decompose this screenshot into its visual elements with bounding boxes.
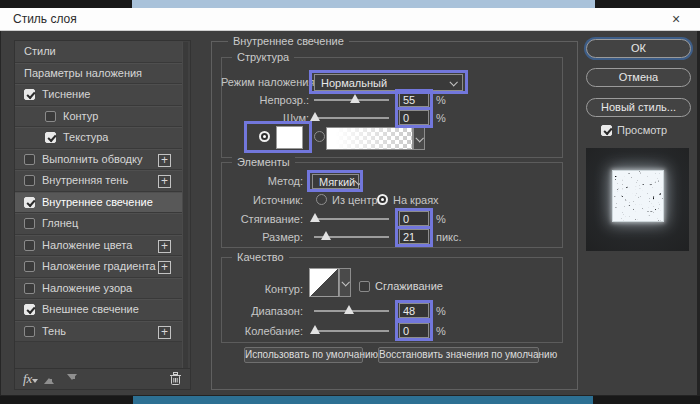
sidebar-item-label: Глянец: [42, 213, 78, 234]
sidebar-item[interactable]: Текстура: [15, 127, 183, 149]
range-slider[interactable]: [314, 305, 389, 317]
ok-button[interactable]: ОК: [586, 39, 691, 58]
slider-thumb[interactable]: [350, 94, 360, 103]
range-input[interactable]: 48: [399, 303, 429, 318]
sidebar-item[interactable]: Внутреннее свечение: [15, 192, 183, 214]
quality-legend: Качество: [232, 251, 289, 263]
source-label: Источник:: [215, 194, 303, 206]
preview-row: Просмотр: [601, 124, 667, 136]
sidebar-item-label: Внутреннее свечение: [42, 192, 153, 213]
source-edge-label: На краях: [393, 194, 439, 206]
gradient-picker-button[interactable]: [413, 127, 425, 150]
noise-label: Шум:: [221, 112, 309, 124]
jitter-input[interactable]: 0: [399, 323, 429, 338]
glow-color-radio[interactable]: [259, 131, 270, 142]
cancel-button[interactable]: Отмена: [586, 68, 691, 87]
blend-mode-select[interactable]: Нормальный: [314, 74, 463, 91]
sidebar-item[interactable]: Тиснение: [15, 84, 183, 106]
jitter-slider[interactable]: [314, 325, 389, 337]
sidebar-item[interactable]: Контур: [15, 106, 183, 128]
move-up-icon[interactable]: [44, 373, 55, 385]
trash-icon[interactable]: [169, 372, 182, 386]
opacity-input[interactable]: 55: [399, 92, 429, 107]
size-input[interactable]: 21: [399, 229, 429, 244]
move-down-icon[interactable]: [67, 373, 78, 385]
antialias-checkbox[interactable]: [359, 281, 370, 292]
glow-gradient-radio[interactable]: [314, 131, 325, 142]
slider-thumb[interactable]: [321, 231, 331, 240]
preview-checkbox[interactable]: [601, 125, 612, 136]
add-effect-icon[interactable]: +: [158, 154, 171, 167]
sidebar-item-label: Параметры наложения: [24, 63, 142, 84]
sidebar-item[interactable]: Тень+: [15, 321, 183, 343]
sidebar-item[interactable]: Выполнить обводку+: [15, 149, 183, 171]
sidebar-item[interactable]: Наложение цвета+: [15, 235, 183, 257]
glow-color-swatch[interactable]: [276, 126, 303, 149]
glow-gradient-bar[interactable]: [326, 127, 413, 150]
sidebar-item[interactable]: Параметры наложения: [15, 63, 183, 85]
size-slider[interactable]: [314, 231, 389, 243]
noise-slider[interactable]: [314, 112, 389, 124]
checkbox-unchecked-icon[interactable]: [24, 240, 35, 251]
chevron-down-icon: [341, 278, 349, 286]
slider-thumb[interactable]: [344, 305, 354, 314]
checkbox-unchecked-icon[interactable]: [45, 111, 56, 122]
make-default-button[interactable]: Использовать по умолчанию: [244, 347, 363, 363]
add-effect-icon[interactable]: +: [158, 240, 171, 253]
slider-track: [314, 117, 389, 119]
noise-input[interactable]: 0: [399, 110, 429, 125]
add-effect-icon[interactable]: +: [158, 326, 171, 339]
sidebar-scrollbar[interactable]: [182, 42, 188, 368]
background-bottom-bar: [133, 396, 593, 404]
slider-thumb[interactable]: [310, 325, 320, 334]
sidebar-item-label: Тень: [42, 321, 66, 342]
checkbox-checked-icon[interactable]: [45, 132, 56, 143]
sidebar-item[interactable]: Стили: [15, 41, 183, 63]
checkbox-unchecked-icon[interactable]: [24, 218, 35, 229]
opacity-slider[interactable]: [314, 94, 389, 106]
sidebar-item-label: Текстура: [63, 127, 108, 148]
close-icon[interactable]: ×: [668, 8, 684, 31]
contour-thumbnail[interactable]: [309, 268, 339, 297]
source-center-radio[interactable]: [316, 194, 327, 205]
contour-picker-button[interactable]: [339, 268, 351, 297]
sidebar-item[interactable]: Наложение узора: [15, 278, 183, 300]
preview-texture-square: [612, 170, 664, 222]
checkbox-unchecked-icon[interactable]: [24, 283, 35, 294]
sidebar-item[interactable]: Глянец: [15, 213, 183, 235]
slider-thumb[interactable]: [310, 213, 320, 222]
styles-sidebar: СтилиПараметры наложенияТиснениеКонтурТе…: [14, 40, 191, 390]
range-unit: %: [436, 305, 446, 317]
new-style-button[interactable]: Новый стиль...: [586, 98, 691, 117]
technique-select[interactable]: Мягкий: [312, 174, 359, 189]
checkbox-unchecked-icon[interactable]: [24, 326, 35, 337]
source-edge-radio[interactable]: [377, 194, 388, 205]
blend-mode-value: Нормальный: [321, 77, 387, 89]
jitter-label: Колебание:: [215, 325, 303, 337]
add-effect-icon[interactable]: +: [158, 175, 171, 188]
sidebar-item-label: Контур: [63, 106, 98, 127]
technique-value: Мягкий: [319, 176, 355, 188]
noise-unit: %: [436, 112, 446, 124]
slider-thumb[interactable]: [310, 112, 320, 121]
checkbox-checked-icon[interactable]: [24, 89, 35, 100]
elements-legend: Элементы: [232, 156, 295, 168]
source-center-label: Из центра: [332, 194, 384, 206]
checkbox-checked-icon[interactable]: [24, 304, 35, 315]
add-effect-icon[interactable]: +: [158, 261, 171, 274]
checkbox-unchecked-icon[interactable]: [24, 175, 35, 186]
chevron-down-icon: [449, 78, 457, 86]
preview-label: Просмотр: [617, 124, 667, 136]
checkbox-unchecked-icon[interactable]: [24, 154, 35, 165]
reset-default-button[interactable]: Восстановить значения по умолчанию: [378, 347, 539, 363]
checkbox-unchecked-icon[interactable]: [24, 261, 35, 272]
dialog-titlebar[interactable]: Стиль слоя ×: [0, 8, 700, 31]
jitter-unit: %: [436, 325, 446, 337]
choke-slider[interactable]: [314, 213, 389, 225]
choke-input[interactable]: 0: [399, 211, 429, 226]
sidebar-item[interactable]: Наложение градиента+: [15, 256, 183, 278]
sidebar-item[interactable]: Внутренняя тень+: [15, 170, 183, 192]
checkbox-checked-icon[interactable]: [24, 197, 35, 208]
sidebar-item[interactable]: Внешнее свечение: [15, 299, 183, 321]
fx-menu-icon[interactable]: fx: [23, 371, 32, 387]
